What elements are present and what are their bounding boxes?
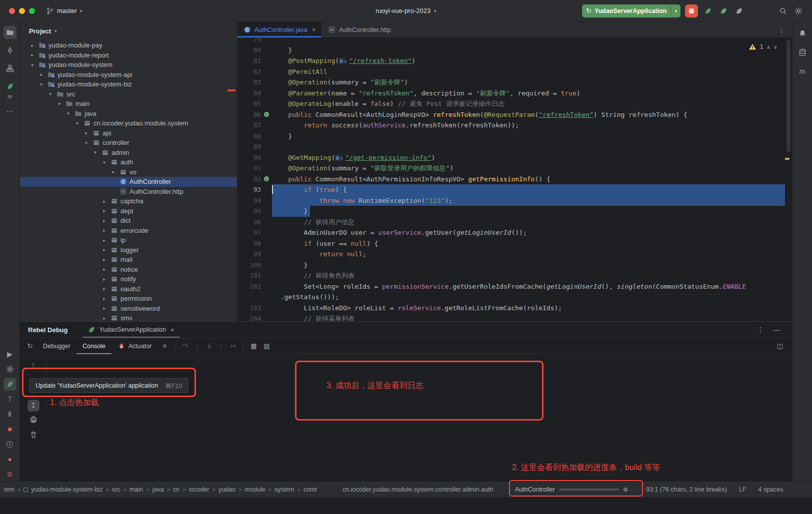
chevron-open-icon[interactable]: ▾	[83, 140, 90, 145]
jrebel-run-icon[interactable]	[702, 5, 714, 16]
chevron-open-icon[interactable]: ▾	[56, 101, 62, 106]
hide-panel-icon[interactable]: —	[773, 326, 780, 334]
breadcrumb-item[interactable]: module	[244, 486, 265, 493]
line-number[interactable]: 104	[237, 313, 261, 321]
code-line-99[interactable]: 99 return null;	[237, 249, 785, 260]
code-line-79[interactable]: 79	[237, 38, 785, 45]
tree-item-dept[interactable]: ▸dept	[20, 206, 237, 216]
code-line-103[interactable]: 103 List<RoleDO> roleList = roleService.…	[237, 303, 785, 314]
line-number[interactable]: 82	[237, 66, 261, 77]
tree-item-oauth2[interactable]: ▸oauth2	[20, 284, 237, 294]
maven-icon[interactable]: m	[796, 65, 809, 78]
line-number[interactable]: 85	[237, 98, 261, 109]
inspections-widget[interactable]: 1 ∧ ∨	[744, 42, 781, 52]
more-options-kebab-icon[interactable]: ⋮	[757, 326, 764, 334]
close-window-button[interactable]	[9, 8, 15, 14]
tree-item-main[interactable]: ▾main	[20, 99, 237, 109]
tree-item-vo[interactable]: ▸vo	[20, 167, 237, 177]
chevron-open-icon[interactable]: ▾	[65, 111, 72, 116]
commit-icon[interactable]	[4, 44, 16, 57]
run-icon[interactable]: ▶	[4, 348, 16, 361]
spring-bean-icon[interactable]	[261, 109, 272, 120]
stop-icon[interactable]: ■	[4, 423, 16, 436]
line-number[interactable]: 102	[237, 281, 261, 292]
line-number[interactable]: 94	[237, 195, 261, 206]
caret-position-widget[interactable]: 93:1 (76 chars, 2 line breaks)	[646, 486, 727, 493]
breadcrumb-item[interactable]: iocoder	[188, 486, 209, 493]
pause-icon[interactable]: Ⅱ	[4, 408, 16, 421]
chevron-closed-icon[interactable]: ▸	[101, 247, 108, 252]
chevron-closed-icon[interactable]: ▸	[101, 208, 108, 213]
breadcrumb-item[interactable]: tem	[4, 486, 14, 493]
problems-icon[interactable]: !	[4, 438, 16, 451]
chevron-closed-icon[interactable]: ▸	[101, 306, 108, 311]
prev-problem-icon[interactable]: ∧	[767, 44, 770, 50]
chevron-closed-icon[interactable]: ▸	[101, 296, 108, 301]
endpoints-icon[interactable]: ⊤	[4, 393, 16, 406]
maximize-window-button[interactable]	[29, 8, 35, 14]
code-line-90[interactable]: 90 @GetMapping(⊕▾"/get-permission-info")	[237, 152, 785, 163]
code-line-88[interactable]: 88 }	[237, 131, 785, 142]
code-line-104[interactable]: 104 // 获得菜单列表	[237, 313, 785, 321]
tree-item-yudao-module-report[interactable]: ▸yudao-module-report	[20, 50, 237, 60]
step-out-icon[interactable]: ↑	[215, 340, 227, 352]
tree-item-auth[interactable]: ▾auth	[20, 157, 237, 167]
split-window-icon[interactable]: ◫	[774, 340, 786, 352]
restore-layout-grid-icon[interactable]: ▦	[248, 340, 260, 352]
tree-item-yudao-module-system-biz[interactable]: ▾yudao-module-system-biz	[20, 79, 237, 89]
project-title[interactable]: ruoyi-vue-pro-2023 ▾	[376, 7, 436, 14]
tree-item-java[interactable]: ▾java	[20, 109, 237, 119]
console-output[interactable]	[47, 355, 792, 481]
chevron-closed-icon[interactable]: ▸	[83, 130, 90, 135]
tree-item-ip[interactable]: ▸ip	[20, 235, 237, 245]
debug-session-tab[interactable]: YudaoServerApplication ×	[82, 322, 179, 338]
tree-item-yudao-module-system-api[interactable]: ▸yudao-module-system-api	[20, 70, 237, 80]
chevron-open-icon[interactable]: ▾	[29, 62, 36, 67]
notifications-icon[interactable]	[796, 27, 809, 40]
line-number[interactable]: 90	[237, 152, 261, 163]
chevron-open-icon[interactable]: ▾	[74, 121, 80, 126]
chevron-closed-icon[interactable]: ▸	[101, 228, 108, 233]
chevron-closed-icon[interactable]: ▸	[101, 267, 108, 272]
tree-item-authcontroller-http[interactable]: AuthController.http	[20, 187, 237, 197]
line-number[interactable]: 84	[237, 88, 261, 99]
line-number[interactable]: 92	[237, 174, 261, 185]
chevron-closed-icon[interactable]: ▸	[29, 43, 36, 48]
indent-widget[interactable]: 4 spaces	[758, 486, 783, 493]
chevron-closed-icon[interactable]: ▸	[101, 257, 108, 262]
line-number[interactable]	[237, 292, 261, 303]
tree-item-yudao-module-pay[interactable]: ▸yudao-module-pay	[20, 40, 237, 50]
line-number[interactable]: 89	[237, 141, 261, 152]
chevron-closed-icon[interactable]: ▸	[101, 199, 108, 204]
code-line-84[interactable]: 84 @Parameter(name = "refreshToken", des…	[237, 88, 785, 99]
code-line-93[interactable]: 93 if (true) {	[237, 184, 785, 195]
code-line-83[interactable]: 83 @Operation(summary = "刷新令牌")	[237, 77, 785, 88]
tree-item-yudao-module-system[interactable]: ▾yudao-module-system	[20, 60, 237, 70]
line-number[interactable]: 87	[237, 120, 261, 131]
force-step-into-icon[interactable]: ⇓	[203, 340, 215, 352]
close-session-icon[interactable]: ×	[170, 326, 174, 334]
code-line-80[interactable]: 80 }	[237, 45, 785, 56]
mute-breakpoints-icon[interactable]: ⊘	[4, 468, 16, 481]
code-line-87[interactable]: 87 return success(authService.refreshTok…	[237, 120, 785, 131]
close-tab-icon[interactable]: ×	[312, 26, 316, 33]
scroll-to-end-icon[interactable]: ↧	[28, 400, 40, 412]
tree-item-controller[interactable]: ▾controller	[20, 138, 237, 148]
line-number[interactable]: 95	[237, 206, 261, 217]
breadcrumb-item[interactable]: system	[274, 486, 294, 493]
line-separator-widget[interactable]: LF	[739, 486, 746, 493]
chevron-open-icon[interactable]: ▾	[38, 82, 44, 87]
chevron-closed-icon[interactable]: ▸	[110, 169, 116, 174]
spring-bean-icon[interactable]	[261, 174, 272, 185]
tab-options-kebab-icon[interactable]: ⋮	[778, 26, 792, 34]
chevron-open-icon[interactable]: ▾	[92, 150, 98, 155]
plugin-icon[interactable]	[734, 5, 744, 16]
tree-item-src[interactable]: ▾src	[20, 89, 237, 99]
chevron-closed-icon[interactable]: ▸	[101, 218, 108, 223]
tree-item-sensitiveword[interactable]: ▸sensitiveword	[20, 304, 237, 314]
breadcrumb-item[interactable]: main	[130, 486, 143, 493]
chevron-open-icon[interactable]: ▾	[101, 160, 108, 165]
jrebel-icon[interactable]	[4, 80, 16, 93]
line-number[interactable]: 98	[237, 238, 261, 249]
stop-button[interactable]	[685, 4, 698, 17]
